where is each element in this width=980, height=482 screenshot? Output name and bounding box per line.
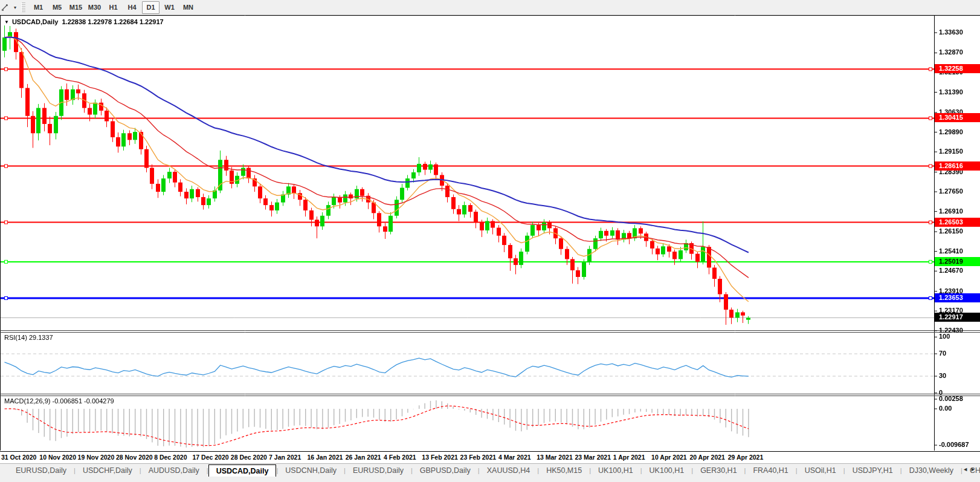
price-axis-tick: 1.27650 [939,187,963,195]
timeframe-w1[interactable]: W1 [161,1,178,14]
date-label: 28 Nov 2020 [116,454,153,461]
date-label: 4 Mar 2021 [498,454,531,461]
macd-axis-tick: 0.00 [939,405,952,412]
tab-gbpusd-daily[interactable]: GBPUSD,Daily [413,464,478,477]
timeframe-mn[interactable]: MN [179,1,197,14]
date-axis: 31 Oct 202010 Nov 202019 Nov 202028 Nov … [0,451,980,463]
tab-usdchf-daily[interactable]: USDCHF,Daily [76,464,140,477]
timeframe-m5[interactable]: M5 [48,1,66,14]
toolbar-grip-handle[interactable] [21,2,25,12]
timeframe-m15[interactable]: M15 [67,1,85,14]
date-label: 31 Oct 2020 [1,454,36,461]
price-axis-tick: 1.31390 [939,88,963,96]
tab-hk50-m15[interactable]: HK50,M15 [539,464,589,477]
hline-price-label[interactable]: 1.32258 [935,64,980,73]
rsi-axis-tick: 100 [939,333,950,340]
macd-axis-tick: -0.009687 [939,441,969,448]
crosshair-cursor-icon[interactable] [1,2,14,13]
symbol-tab-bar: EURUSD,Daily|USDCHF,Daily|AUDUSD,Daily|U… [0,463,980,482]
rsi-axis-tick: 70 [939,350,946,357]
tab-ger30-h1[interactable]: GER30,H1 [693,464,744,477]
chart-canvas[interactable] [0,0,980,482]
rsi-label: RSI(14) 29.1337 [4,334,53,341]
date-label: 26 Jan 2021 [346,454,381,461]
date-label: 23 Mar 2021 [575,454,611,461]
tab-audusd-daily[interactable]: AUDUSD,Daily [141,464,207,477]
price-axis-tick: 1.29890 [939,128,963,135]
date-label: 20 Apr 2021 [689,454,725,461]
macd-label: MACD(12,26,9) -0.006851 -0.004279 [4,397,114,405]
tab-scroll-right-icon[interactable]: ► [970,466,978,472]
timeframe-toolbar: ▾ M1M5M15M30H1H4D1W1MN [0,0,980,15]
date-label: 1 Apr 2021 [613,454,645,461]
timeframe-m30[interactable]: M30 [86,1,103,14]
chart-ohlc-label: 1.22838 1.22978 1.22684 1.22917 [62,18,163,25]
date-label: 29 Apr 2021 [728,454,764,461]
tab-usoil-h1[interactable]: USOil,H1 [798,464,843,477]
tab-scroll-arrows[interactable]: ◄► [962,466,978,472]
price-axis-tick: 1.33630 [939,28,963,36]
price-axis-tick: 1.32870 [939,48,963,56]
tab-scroll-left-icon[interactable]: ◄ [962,466,970,472]
hline-price-label[interactable]: 1.30415 [935,113,980,122]
date-label: 17 Dec 2020 [193,454,229,461]
date-label: 23 Feb 2021 [460,454,497,461]
chart-symbol-label: USDCAD,Daily [12,18,58,25]
timeframe-h1[interactable]: H1 [105,1,122,14]
tab-eurusd-daily[interactable]: EURUSD,Daily [346,464,411,477]
price-axis-tick: 1.29150 [939,148,963,155]
chart-title: ▼USDCAD,Daily 1.22838 1.22978 1.22684 1.… [4,18,164,25]
date-label: 16 Jan 2021 [307,454,343,461]
macd-axis-tick: 0.00258 [939,395,963,402]
tab-eurusd-daily[interactable]: EURUSD,Daily [8,464,74,477]
tab-usdjpy-h1[interactable]: USDJPY,H1 [845,464,900,477]
price-axis-tick: 1.26910 [939,207,963,215]
timeframe-buttons: M1M5M15M30H1H4D1W1MN [29,1,198,14]
rsi-axis-tick: 30 [939,372,946,379]
date-label: 28 Dec 2020 [231,454,267,461]
date-label: 10 Nov 2020 [39,454,76,461]
timeframe-m1[interactable]: M1 [30,1,47,14]
tab-dj30-weekly[interactable]: DJ30,Weekly [902,464,961,477]
hline-price-label[interactable]: 1.25019 [935,257,980,266]
hline-price-label[interactable]: 1.26503 [935,218,980,227]
tab-fra40-h1[interactable]: FRA40,H1 [746,464,795,477]
tab-usdcad-daily[interactable]: USDCAD,Daily [208,464,277,477]
date-label: 4 Feb 2021 [384,454,416,461]
date-label: 10 Apr 2021 [651,454,687,461]
tab-uk100-h1[interactable]: UK100,H1 [591,464,640,477]
date-label: 13 Mar 2021 [537,454,573,461]
chart-menu-caret-icon[interactable]: ▼ [4,19,9,25]
timeframe-h4[interactable]: H4 [123,1,141,14]
tab-uk100-h1[interactable]: UK100,H1 [642,464,692,477]
tool-dropdown-caret-icon[interactable]: ▾ [14,5,16,10]
tab-usdcnh-daily[interactable]: USDCNH,Daily [278,464,344,477]
timeframe-d1[interactable]: D1 [142,1,160,14]
current-price-label: 1.22917 [935,313,980,322]
date-label: 7 Jan 2021 [269,454,301,461]
date-label: 13 Feb 2021 [422,454,458,461]
hline-price-label[interactable]: 1.23653 [935,293,980,302]
date-label: 8 Dec 2020 [154,454,187,461]
date-label: 19 Nov 2020 [78,454,115,461]
hline-price-label[interactable]: 1.28616 [935,161,980,171]
price-axis-tick: 1.26150 [939,227,963,235]
tab-xauusd-h4[interactable]: XAUUSD,H4 [480,464,538,477]
price-axis-tick: 1.25410 [939,247,963,255]
price-axis-tick: 1.24670 [939,267,963,274]
